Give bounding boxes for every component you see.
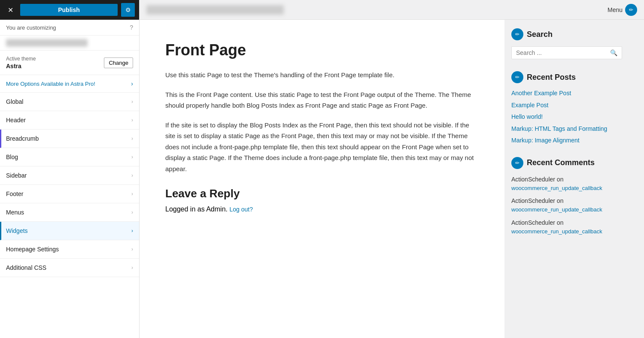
recent-comments-edit-icon[interactable]: ✏ (511, 157, 523, 169)
content-paragraph: Use this static Page to test the Theme's… (165, 69, 479, 81)
nav-item-label: Breadcrumb (6, 135, 39, 142)
customizing-text: You are customizing (6, 24, 56, 31)
content-paragraph: If the site is set to display the Blog P… (165, 120, 479, 175)
comment-link[interactable]: woocommerce_run_update_callback (511, 184, 622, 193)
recent-post-item: Another Example Post (511, 89, 622, 98)
log-out-link[interactable]: Log out? (229, 206, 253, 213)
nav-chevron-icon: › (131, 265, 133, 271)
theme-blurred-area (0, 36, 139, 51)
customizing-bar: You are customizing ? (0, 20, 139, 36)
nav-item-label: Header (6, 117, 26, 124)
recent-posts-list: Another Example PostExample PostHello wo… (511, 89, 622, 145)
nav-chevron-icon: › (131, 99, 133, 105)
theme-blur-image (6, 39, 88, 47)
recent-posts-widget: ✏ Recent Posts Another Example PostExamp… (511, 71, 622, 145)
nav-item-label: Homepage Settings (6, 246, 59, 253)
comment-link[interactable]: woocommerce_run_update_callback (511, 227, 622, 236)
nav-item-label: Sidebar (6, 172, 27, 179)
nav-item-label: Blog (6, 154, 18, 160)
main-area: Menu ✏ Front Page Use this static Page t… (140, 0, 644, 338)
left-panel: ✕ Publish ⚙ You are customizing ? Active… (0, 0, 140, 338)
close-button[interactable]: ✕ (4, 4, 17, 16)
logged-in-text: Logged in as Admin. (165, 205, 228, 213)
nav-item-widgets[interactable]: Widgets› (0, 222, 139, 240)
recent-comment-item: ActionScheduler on woocommerce_run_updat… (511, 218, 622, 236)
recent-comment-item: ActionScheduler on woocommerce_run_updat… (511, 196, 622, 214)
nav-chevron-icon: › (131, 228, 133, 234)
nav-item-breadcrumb[interactable]: Breadcrumb› (0, 130, 139, 148)
search-icon[interactable]: 🔍 (610, 49, 617, 56)
search-widget: ✏ Search 🔍 (511, 28, 622, 59)
recent-post-item: Hello world! (511, 113, 622, 121)
search-widget-title: Search (527, 30, 553, 39)
nav-item-footer[interactable]: Footer› (0, 185, 139, 203)
astra-pro-banner[interactable]: More Options Available in Astra Pro! › (0, 75, 139, 93)
publish-button[interactable]: Publish (20, 4, 118, 16)
nav-item-additional-css[interactable]: Additional CSS› (0, 259, 139, 277)
recent-post-item: Example Post (511, 101, 622, 110)
recent-post-link[interactable]: Another Example Post (511, 90, 571, 97)
active-theme-name: Astra (6, 63, 36, 69)
recent-comments-title: Recent Comments (527, 158, 595, 167)
menu-area: Menu ✏ (608, 4, 637, 16)
comment-link[interactable]: woocommerce_run_update_callback (511, 205, 622, 214)
astra-pro-text: More Options Available in Astra Pro! (6, 81, 95, 87)
nav-chevron-icon: › (131, 172, 133, 178)
main-content: Front Page Use this static Page to test … (140, 20, 504, 338)
recent-post-item: Markup: HTML Tags and Formatting (511, 125, 622, 133)
recent-posts-edit-icon[interactable]: ✏ (511, 71, 523, 83)
active-theme-label: Active theme (6, 56, 36, 62)
leave-reply-title: Leave a Reply (165, 187, 479, 200)
right-sidebar: ✏ Search 🔍 ✏ Recent Posts Another Exampl… (504, 20, 629, 338)
recent-post-link[interactable]: Markup: HTML Tags and Formatting (511, 125, 607, 132)
nav-chevron-icon: › (131, 117, 133, 123)
page-title: Front Page (165, 41, 479, 59)
nav-item-label: Footer (6, 190, 23, 197)
nav-item-label: Widgets (6, 227, 28, 234)
preview-header: Menu ✏ (140, 0, 644, 20)
settings-button[interactable]: ⚙ (121, 3, 135, 17)
recent-comments-widget: ✏ Recent Comments ActionScheduler on woo… (511, 157, 622, 236)
recent-posts-title: Recent Posts (527, 73, 576, 82)
nav-item-label: Menus (6, 209, 24, 216)
comment-author: ActionScheduler on (511, 219, 563, 226)
menu-edit-icon[interactable]: ✏ (625, 4, 637, 16)
recent-posts-widget-header: ✏ Recent Posts (511, 71, 622, 83)
search-box: 🔍 (511, 46, 622, 59)
recent-post-link[interactable]: Hello world! (511, 113, 543, 120)
preview-content: Front Page Use this static Page to test … (140, 20, 644, 338)
recent-comment-item: ActionScheduler on woocommerce_run_updat… (511, 175, 622, 193)
nav-item-blog[interactable]: Blog› (0, 148, 139, 166)
content-paragraph: This is the Front Page content. Use this… (165, 89, 479, 111)
nav-item-label: Additional CSS (6, 264, 46, 271)
comment-author: ActionScheduler on (511, 197, 563, 204)
recent-post-link[interactable]: Markup: Image Alignment (511, 137, 580, 144)
change-theme-button[interactable]: Change (104, 57, 133, 68)
help-icon[interactable]: ? (130, 24, 133, 31)
site-title-blur (146, 5, 284, 15)
recent-comments-list: ActionScheduler on woocommerce_run_updat… (511, 175, 622, 236)
comment-author: ActionScheduler on (511, 176, 563, 183)
nav-items: Global›Header›Breadcrumb›Blog›Sidebar›Fo… (0, 93, 139, 277)
recent-post-link[interactable]: Example Post (511, 102, 548, 109)
search-edit-icon[interactable]: ✏ (511, 28, 523, 40)
nav-item-global[interactable]: Global› (0, 93, 139, 111)
search-widget-header: ✏ Search (511, 28, 622, 40)
nav-chevron-icon: › (131, 154, 133, 160)
nav-chevron-icon: › (131, 136, 133, 142)
nav-item-sidebar[interactable]: Sidebar› (0, 166, 139, 185)
menu-label: Menu (608, 6, 623, 13)
search-input[interactable] (516, 49, 610, 56)
recent-comments-widget-header: ✏ Recent Comments (511, 157, 622, 169)
active-theme-section: Active theme Astra Change (0, 51, 139, 75)
astra-pro-chevron: › (131, 80, 133, 87)
paragraphs-container: Use this static Page to test the Theme's… (165, 69, 479, 174)
top-bar: ✕ Publish ⚙ (0, 0, 139, 20)
nav-item-homepage-settings[interactable]: Homepage Settings› (0, 240, 139, 259)
nav-chevron-icon: › (131, 191, 133, 197)
recent-post-item: Markup: Image Alignment (511, 136, 622, 145)
nav-item-header[interactable]: Header› (0, 111, 139, 130)
leave-reply-section: Leave a Reply Logged in as Admin. Log ou… (165, 187, 479, 213)
nav-item-menus[interactable]: Menus› (0, 203, 139, 222)
nav-chevron-icon: › (131, 209, 133, 215)
